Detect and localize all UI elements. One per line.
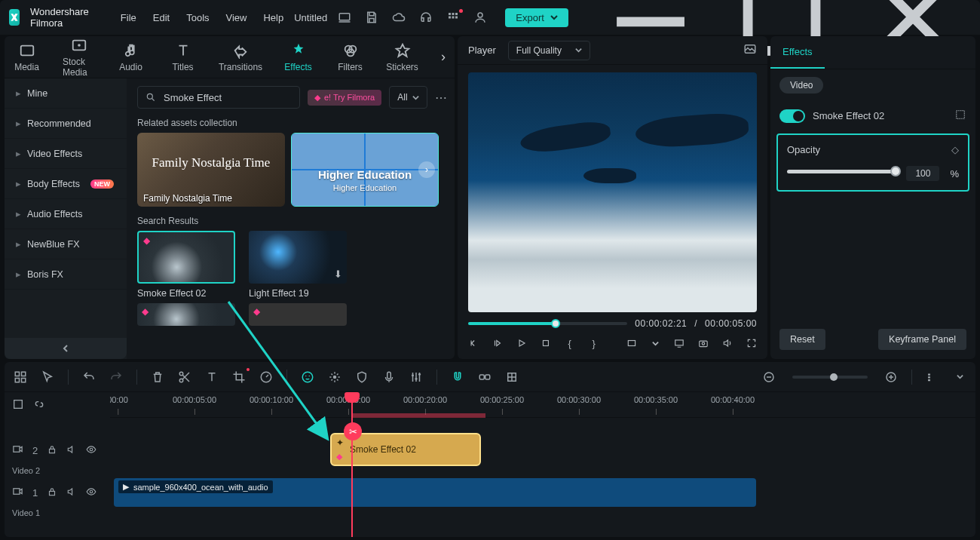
menu-file[interactable]: File xyxy=(121,12,136,23)
export-button[interactable]: Export xyxy=(505,8,568,27)
save-icon[interactable] xyxy=(365,11,378,24)
effect-card-smoke02[interactable]: ◆ Smoke Effect 02 xyxy=(137,231,235,299)
tab-media[interactable]: Media xyxy=(11,42,43,72)
volume-icon[interactable] xyxy=(722,336,733,350)
stop-icon[interactable] xyxy=(541,336,551,350)
sidebar-item-boris[interactable]: ▸Boris FX xyxy=(5,259,127,290)
sidebar-item-mine[interactable]: ▸Mine xyxy=(5,78,127,109)
marker-icon[interactable] xyxy=(505,370,519,384)
tab-audio[interactable]: Audio xyxy=(115,42,147,72)
tab-stock-media[interactable]: Stock Media xyxy=(63,37,95,78)
tab-effects[interactable]: Effects xyxy=(282,42,314,72)
inspector-tab-effects[interactable]: Effects xyxy=(770,36,825,69)
undo-icon[interactable] xyxy=(82,370,96,384)
menu-tools[interactable]: Tools xyxy=(186,12,209,23)
lock-icon[interactable] xyxy=(47,486,57,499)
link-icon[interactable] xyxy=(478,370,492,384)
cursor-icon[interactable] xyxy=(41,370,54,384)
chevron-right-icon[interactable]: › xyxy=(418,161,435,178)
play-icon[interactable] xyxy=(516,336,527,350)
playhead[interactable] xyxy=(351,392,353,537)
zoom-out-icon[interactable] xyxy=(762,370,776,384)
account-icon[interactable] xyxy=(473,11,487,24)
timeline-prefs-icon[interactable] xyxy=(12,398,24,413)
support-icon[interactable] xyxy=(419,11,433,24)
crop-icon[interactable] xyxy=(232,370,246,384)
tab-stickers[interactable]: Stickers xyxy=(386,42,418,72)
more-menu[interactable]: ⋯ xyxy=(435,91,447,105)
redo-icon[interactable] xyxy=(109,370,123,384)
zoom-in-icon[interactable] xyxy=(884,370,898,384)
cloud-icon[interactable] xyxy=(392,11,406,24)
collection-card[interactable]: Family Nostalgia Time Family Nostalgia T… xyxy=(137,133,285,207)
frame-back-icon[interactable] xyxy=(492,336,503,350)
sidebar-collapse[interactable] xyxy=(5,338,127,359)
filter-dropdown[interactable]: All xyxy=(389,86,427,109)
effect-card[interactable]: ◆ xyxy=(249,303,347,326)
chevron-down-icon[interactable] xyxy=(953,370,966,384)
effect-settings-icon[interactable] xyxy=(954,109,966,123)
step-back-icon[interactable] xyxy=(468,336,479,350)
inspector-subtab-video[interactable]: Video xyxy=(779,77,823,94)
reset-button[interactable]: Reset xyxy=(779,329,825,350)
timeline-link-icon[interactable] xyxy=(33,398,45,413)
text-icon[interactable] xyxy=(205,370,219,384)
scissor-icon[interactable]: ✂ xyxy=(344,422,362,440)
video-preview[interactable] xyxy=(468,72,757,312)
sidebar-item-recommended[interactable]: ▸Recommended xyxy=(5,109,127,139)
sidebar-item-audio-effects[interactable]: ▸Audio Effects xyxy=(5,199,127,229)
tab-transitions[interactable]: Transitions xyxy=(219,42,262,72)
menu-view[interactable]: View xyxy=(226,12,247,23)
effect-card[interactable]: ◆ xyxy=(137,303,235,326)
eye-icon[interactable] xyxy=(86,486,96,499)
shield-icon[interactable] xyxy=(355,370,369,384)
search-input[interactable] xyxy=(137,86,300,109)
device-icon[interactable] xyxy=(338,11,351,24)
chevron-down-icon[interactable] xyxy=(650,336,660,350)
quality-dropdown[interactable]: Full Quality xyxy=(508,41,590,60)
opacity-slider[interactable] xyxy=(787,170,896,173)
selection-range[interactable] xyxy=(351,413,485,418)
mark-out-icon[interactable]: } xyxy=(589,336,599,350)
apps-icon[interactable] xyxy=(446,11,460,24)
keyframe-panel-button[interactable]: Keyframe Panel xyxy=(878,329,966,350)
keyframe-diamond-icon[interactable]: ◇ xyxy=(951,144,959,155)
magnet-icon[interactable] xyxy=(451,370,464,384)
progress-slider[interactable] xyxy=(468,322,627,325)
camera-icon[interactable] xyxy=(698,336,709,350)
tab-filters[interactable]: Filters xyxy=(334,42,366,72)
lock-icon[interactable] xyxy=(47,444,57,457)
delete-icon[interactable] xyxy=(151,370,164,384)
clip-video[interactable]: ▶sample_960x400_ocean_with_audio xyxy=(114,478,756,507)
snapshot-icon[interactable] xyxy=(743,42,757,58)
sidebar-item-body-effects[interactable]: ▸Body EffectsNEW xyxy=(5,169,127,199)
promo-try-filmora[interactable]: ◆e! Try Filmora xyxy=(308,90,381,106)
sidebar-item-video-effects[interactable]: ▸Video Effects xyxy=(5,139,127,169)
ai-face-icon[interactable] xyxy=(301,370,314,384)
mixer-icon[interactable] xyxy=(409,370,423,384)
split-icon[interactable] xyxy=(178,370,191,384)
opacity-value[interactable]: 100 xyxy=(906,166,939,181)
timeline-ruler[interactable]: 00:00 00:00:05:00 00:00:10:00 00:00:15:0… xyxy=(110,392,975,418)
mic-icon[interactable] xyxy=(382,370,396,384)
effect-toggle[interactable] xyxy=(779,109,805,123)
zoom-slider[interactable] xyxy=(792,376,868,379)
mute-icon[interactable] xyxy=(66,444,77,457)
fullscreen-icon[interactable] xyxy=(746,336,757,350)
download-icon[interactable]: ⬇ xyxy=(334,268,342,280)
collection-card[interactable]: Higher Education Higher Education › xyxy=(291,133,439,207)
sidebar-item-newblue[interactable]: ▸NewBlue FX xyxy=(5,229,127,259)
layout-icon[interactable] xyxy=(14,370,27,384)
menu-help[interactable]: Help xyxy=(263,12,283,23)
mark-in-icon[interactable]: { xyxy=(565,336,575,350)
color-icon[interactable] xyxy=(328,370,341,384)
tab-titles[interactable]: Titles xyxy=(167,42,199,72)
tabs-scroll-right[interactable]: › xyxy=(438,49,449,65)
eye-icon[interactable] xyxy=(86,444,96,457)
display-icon[interactable] xyxy=(674,336,684,350)
ratio-icon[interactable] xyxy=(626,336,637,350)
speed-icon[interactable] xyxy=(259,370,273,384)
menu-edit[interactable]: Edit xyxy=(153,12,170,23)
effect-card-light19[interactable]: ⬇ Light Effect 19 xyxy=(249,231,347,299)
view-icon[interactable] xyxy=(926,370,939,384)
